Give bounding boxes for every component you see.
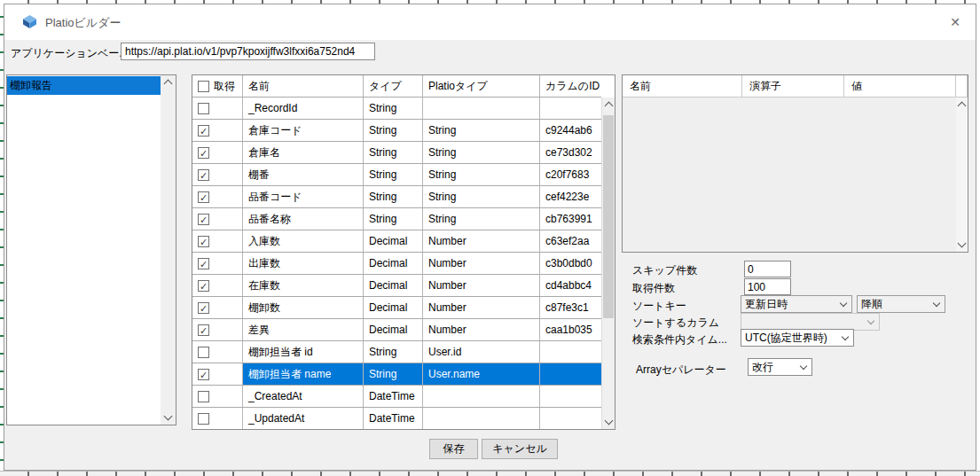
cell-name: 入庫数 (243, 230, 364, 252)
cell-type: String (364, 120, 423, 141)
scroll-up-icon[interactable] (956, 98, 968, 112)
sidebar-item-report[interactable]: 棚卸報告 (7, 76, 161, 95)
checked-checkbox[interactable]: ✓ (198, 236, 209, 247)
array-separator-select[interactable]: 改行 (748, 358, 812, 376)
row-checkbox-cell: ✓ (192, 253, 243, 274)
row-checkbox-cell: ✓ (192, 186, 243, 207)
cell-name: 出庫数 (243, 253, 364, 274)
save-button[interactable]: 保存 (429, 439, 478, 459)
cell-type: Decimal (364, 253, 423, 274)
chevron-down-icon (933, 299, 940, 306)
row-checkbox-cell (192, 98, 243, 119)
sort-column-label: ソートするカラム (632, 316, 719, 331)
table-row[interactable]: _RecordIdString (192, 98, 601, 120)
row-checkbox-cell (192, 408, 243, 429)
unchecked-checkbox[interactable] (198, 391, 209, 402)
checked-checkbox[interactable]: ✓ (198, 214, 209, 225)
listbox-scrollbar[interactable] (161, 75, 176, 425)
header-type: タイプ (364, 75, 423, 97)
sort-column-select[interactable] (741, 313, 880, 331)
close-icon[interactable]: ✕ (944, 12, 967, 33)
scroll-down-icon[interactable] (161, 410, 176, 425)
row-checkbox-cell: ✓ (192, 363, 243, 385)
table-row[interactable]: ✓入庫数DecimalNumberc63ef2aa (192, 230, 601, 253)
app-base-url-input[interactable] (121, 43, 375, 60)
unchecked-checkbox[interactable] (198, 413, 209, 425)
cell-platio-type: String (423, 186, 540, 207)
row-checkbox-cell (192, 386, 243, 407)
sort-order-select[interactable]: 降順 (857, 295, 945, 313)
scroll-down-icon[interactable] (602, 415, 615, 429)
sort-key-select[interactable]: 更新日時 (741, 295, 852, 313)
checked-checkbox[interactable]: ✓ (198, 191, 209, 203)
scrollbar-thumb[interactable] (603, 115, 614, 318)
fetch-count-input[interactable] (744, 278, 791, 295)
fields-table-rows: _RecordIdString✓倉庫コードStringStringc9244ab… (192, 98, 601, 429)
conditions-scrollbar[interactable] (956, 98, 968, 252)
header-platio-type: Platioタイプ (423, 75, 540, 97)
table-row[interactable]: ✓棚卸数DecimalNumberc87fe3c1 (192, 297, 601, 319)
table-row[interactable]: _UpdatedAtDateTime (192, 408, 601, 429)
timezone-select[interactable]: UTC(協定世界時) (741, 329, 854, 347)
cell-platio-type: Number (423, 319, 540, 340)
table-row[interactable]: ✓倉庫コードStringStringc9244ab6 (192, 120, 601, 142)
table-row[interactable]: _CreatedAtDateTime (192, 386, 601, 408)
table-row[interactable]: ✓棚卸担当者 nameStringUser.name (192, 363, 601, 386)
platio-logo-icon (22, 14, 37, 29)
fields-table-scrollbar[interactable] (601, 98, 615, 429)
checked-checkbox[interactable]: ✓ (198, 169, 209, 181)
header-condition-name: 名前 (623, 75, 742, 98)
scroll-down-icon[interactable] (956, 238, 968, 252)
row-checkbox-cell (192, 341, 243, 363)
table-row[interactable]: ✓出庫数DecimalNumberc3b0dbd0 (192, 253, 601, 275)
row-checkbox-cell: ✓ (192, 319, 243, 340)
checked-checkbox[interactable]: ✓ (198, 125, 209, 137)
cell-name: 倉庫名 (243, 142, 364, 163)
checked-checkbox[interactable]: ✓ (198, 369, 209, 380)
table-row[interactable]: ✓差異DecimalNumbercaa1b035 (192, 319, 601, 341)
screen: Platioビルダー ✕ アプリケーションベー... 棚卸報告 取得 名前 タイ… (0, 0, 980, 476)
row-checkbox-cell: ✓ (192, 142, 243, 163)
cell-name: 倉庫コード (243, 120, 364, 141)
header-select-all[interactable]: 取得 (192, 75, 243, 97)
cancel-button[interactable]: キャンセル (482, 439, 558, 459)
checked-checkbox[interactable]: ✓ (198, 302, 209, 314)
table-row[interactable]: ✓品番コードStringStringcef4223e (192, 186, 601, 208)
cell-type: String (364, 98, 423, 119)
cell-column-id: cef4223e (540, 186, 601, 207)
chevron-down-icon (840, 299, 847, 306)
table-row[interactable]: 棚卸担当者 idStringUser.id (192, 341, 601, 363)
cell-name: 品番コード (243, 186, 364, 207)
cell-type: Decimal (364, 297, 423, 318)
checked-checkbox[interactable]: ✓ (198, 147, 209, 159)
cell-column-id: c20f7683 (540, 164, 601, 185)
row-checkbox-cell: ✓ (192, 164, 243, 185)
cell-name: 棚番 (243, 164, 364, 185)
desktop-background-bottom (0, 471, 980, 476)
checked-checkbox[interactable]: ✓ (198, 280, 209, 292)
cell-column-id (540, 341, 601, 363)
cell-column-id: ce73d302 (540, 142, 601, 163)
table-row[interactable]: ✓倉庫名StringStringce73d302 (192, 142, 601, 164)
cell-column-id: c9244ab6 (540, 120, 601, 141)
select-all-checkbox[interactable] (198, 81, 209, 92)
chevron-down-icon (867, 316, 874, 324)
unchecked-checkbox[interactable] (198, 103, 209, 114)
sort-order-value: 降順 (861, 297, 882, 312)
row-checkbox-cell: ✓ (192, 120, 243, 141)
table-row[interactable]: ✓在庫数DecimalNumbercd4abbc4 (192, 275, 601, 297)
table-row[interactable]: ✓品番名称StringStringcb763991 (192, 208, 601, 230)
scroll-up-icon[interactable] (161, 75, 176, 90)
checked-checkbox[interactable]: ✓ (198, 324, 209, 336)
unchecked-checkbox[interactable] (198, 347, 209, 358)
cell-name: 差異 (243, 319, 364, 340)
table-row[interactable]: ✓棚番StringStringc20f7683 (192, 164, 601, 186)
cell-name: 在庫数 (243, 275, 364, 296)
cell-type: String (364, 363, 423, 385)
checked-checkbox[interactable]: ✓ (198, 258, 209, 269)
scroll-up-icon[interactable] (602, 98, 615, 112)
cell-platio-type: Number (423, 297, 540, 318)
cell-type: String (364, 164, 423, 185)
skip-count-input[interactable] (744, 261, 791, 277)
header-corner (956, 75, 968, 98)
